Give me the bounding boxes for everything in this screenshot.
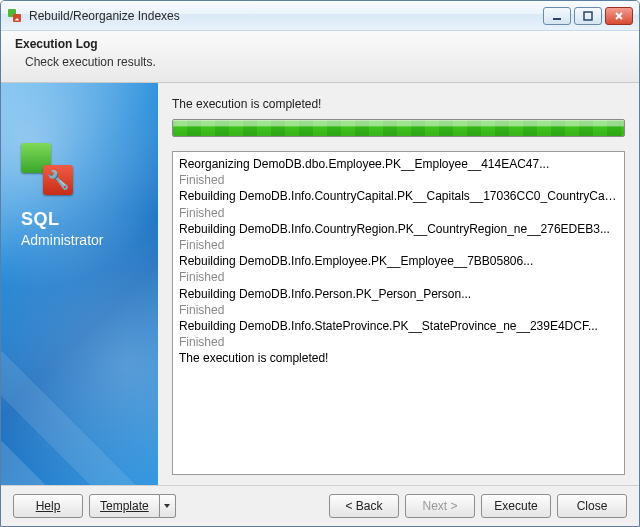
log-line-finished: Finished (179, 172, 618, 188)
minimize-button[interactable] (543, 7, 571, 25)
brand-subtitle: Administrator (21, 232, 148, 248)
log-line-task: Rebuilding DemoDB.Info.StateProvince.PK_… (179, 318, 618, 334)
window-title: Rebuild/Reorganize Indexes (29, 9, 543, 23)
maximize-button[interactable] (574, 7, 602, 25)
close-button[interactable]: Close (557, 494, 627, 518)
side-panel: 🔧 SQL Administrator (1, 83, 158, 485)
log-line-task: Rebuilding DemoDB.Info.CountryCapital.PK… (179, 188, 618, 204)
back-button[interactable]: < Back (329, 494, 399, 518)
brand-block: 🔧 SQL Administrator (21, 143, 148, 248)
template-split-button: Template (89, 494, 176, 518)
log-line-task: Rebuilding DemoDB.Info.Person.PK_Person_… (179, 286, 618, 302)
next-button[interactable]: Next > (405, 494, 475, 518)
log-line-finished: Finished (179, 237, 618, 253)
main-panel: The execution is completed! Reorganizing… (158, 83, 639, 485)
progress-fill (173, 120, 624, 136)
page-title: Execution Log (15, 37, 625, 51)
log-line-task: Rebuilding DemoDB.Info.Employee.PK__Empl… (179, 253, 618, 269)
execute-button[interactable]: Execute (481, 494, 551, 518)
log-line-task: Rebuilding DemoDB.Info.CountryRegion.PK_… (179, 221, 618, 237)
log-line-finished: Finished (179, 334, 618, 350)
template-button[interactable]: Template (89, 494, 160, 518)
log-line-finished: Finished (179, 205, 618, 221)
progress-bar (172, 119, 625, 137)
wrench-icon: 🔧 (47, 169, 69, 191)
page-header: Execution Log Check execution results. (1, 31, 639, 83)
app-window: Rebuild/Reorganize Indexes Execution Log… (0, 0, 640, 527)
app-icon (7, 8, 23, 24)
log-line-finished: Finished (179, 302, 618, 318)
footer: Help Template < Back Next > Execute Clos… (1, 486, 639, 526)
close-window-button[interactable] (605, 7, 633, 25)
status-text: The execution is completed! (172, 97, 625, 111)
log-line-finished: Finished (179, 269, 618, 285)
help-button[interactable]: Help (13, 494, 83, 518)
template-dropdown-button[interactable] (160, 494, 176, 518)
log-line-task: Reorganizing DemoDB.dbo.Employee.PK__Emp… (179, 156, 618, 172)
svg-rect-3 (584, 12, 592, 20)
window-controls (543, 7, 633, 25)
titlebar: Rebuild/Reorganize Indexes (1, 1, 639, 31)
page-subtitle: Check execution results. (25, 55, 625, 69)
execution-log[interactable]: Reorganizing DemoDB.dbo.Employee.PK__Emp… (172, 151, 625, 475)
log-line-summary: The execution is completed! (179, 350, 618, 366)
brand-title: SQL (21, 209, 148, 230)
svg-rect-2 (553, 18, 561, 20)
body-area: 🔧 SQL Administrator The execution is com… (1, 83, 639, 486)
brand-icon: 🔧 (21, 143, 77, 199)
